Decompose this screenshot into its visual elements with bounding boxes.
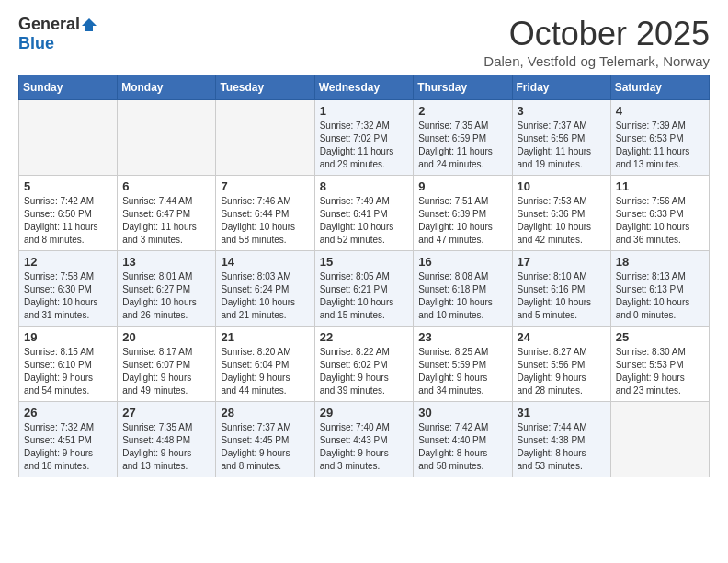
cell-info-text: Sunrise: 7:56 AM Sunset: 6:33 PM Dayligh…	[616, 195, 704, 247]
calendar-cell: 17Sunrise: 8:10 AM Sunset: 6:16 PM Dayli…	[512, 251, 610, 327]
cell-info-text: Sunrise: 7:44 AM Sunset: 6:47 PM Dayligh…	[122, 195, 210, 247]
day-header-wednesday: Wednesday	[314, 75, 414, 100]
cell-info-text: Sunrise: 8:27 AM Sunset: 5:56 PM Dayligh…	[518, 346, 606, 397]
cell-date-number: 7	[221, 179, 309, 193]
calendar-cell: 20Sunrise: 8:17 AM Sunset: 6:07 PM Dayli…	[118, 327, 216, 402]
day-header-saturday: Saturday	[610, 75, 709, 100]
cell-info-text: Sunrise: 8:03 AM Sunset: 6:24 PM Dayligh…	[221, 270, 309, 322]
logo-general-text: General	[18, 15, 80, 34]
cell-date-number: 15	[320, 255, 409, 269]
calendar-cell: 5Sunrise: 7:42 AM Sunset: 6:50 PM Daylig…	[19, 176, 118, 251]
cell-date-number: 3	[518, 104, 606, 118]
calendar-cell: 12Sunrise: 7:58 AM Sunset: 6:30 PM Dayli…	[19, 251, 118, 327]
cell-info-text: Sunrise: 7:44 AM Sunset: 4:38 PM Dayligh…	[518, 421, 606, 473]
cell-date-number: 10	[518, 179, 606, 193]
cell-info-text: Sunrise: 7:42 AM Sunset: 6:50 PM Dayligh…	[24, 195, 112, 247]
calendar-cell: 4Sunrise: 7:39 AM Sunset: 6:53 PM Daylig…	[610, 100, 709, 176]
calendar-cell: 2Sunrise: 7:35 AM Sunset: 6:59 PM Daylig…	[414, 100, 512, 176]
calendar-cell	[19, 100, 118, 176]
cell-info-text: Sunrise: 7:49 AM Sunset: 6:41 PM Dayligh…	[320, 195, 409, 247]
day-header-sunday: Sunday	[19, 75, 118, 100]
calendar-cell: 24Sunrise: 8:27 AM Sunset: 5:56 PM Dayli…	[512, 327, 610, 402]
cell-info-text: Sunrise: 7:35 AM Sunset: 6:59 PM Dayligh…	[418, 120, 506, 171]
cell-info-text: Sunrise: 8:22 AM Sunset: 6:02 PM Dayligh…	[320, 346, 409, 397]
cell-info-text: Sunrise: 8:05 AM Sunset: 6:21 PM Dayligh…	[320, 270, 409, 322]
title-block: October 2025 Dalen, Vestfold og Telemark…	[483, 15, 710, 69]
calendar-cell: 18Sunrise: 8:13 AM Sunset: 6:13 PM Dayli…	[610, 251, 709, 327]
calendar-cell: 3Sunrise: 7:37 AM Sunset: 6:56 PM Daylig…	[512, 100, 610, 176]
cell-date-number: 23	[418, 330, 506, 344]
cell-info-text: Sunrise: 8:20 AM Sunset: 6:04 PM Dayligh…	[221, 346, 309, 397]
calendar-week-1: 1Sunrise: 7:32 AM Sunset: 7:02 PM Daylig…	[19, 100, 710, 176]
calendar-week-4: 19Sunrise: 8:15 AM Sunset: 6:10 PM Dayli…	[19, 327, 710, 402]
cell-info-text: Sunrise: 7:35 AM Sunset: 4:48 PM Dayligh…	[122, 421, 210, 473]
calendar-cell	[118, 100, 216, 176]
cell-date-number: 29	[320, 406, 409, 419]
cell-date-number: 18	[616, 255, 704, 269]
location: Dalen, Vestfold og Telemark, Norway	[483, 53, 710, 69]
cell-date-number: 14	[221, 255, 309, 269]
cell-date-number: 22	[320, 330, 409, 344]
calendar-cell: 23Sunrise: 8:25 AM Sunset: 5:59 PM Dayli…	[414, 327, 512, 402]
cell-date-number: 30	[418, 406, 506, 419]
month-title: October 2025	[483, 15, 710, 53]
cell-date-number: 27	[122, 406, 210, 419]
header-row: SundayMondayTuesdayWednesdayThursdayFrid…	[19, 75, 710, 100]
logo: General Blue	[18, 15, 98, 53]
cell-date-number: 4	[616, 104, 704, 118]
calendar-cell: 28Sunrise: 7:37 AM Sunset: 4:45 PM Dayli…	[216, 402, 314, 477]
calendar-cell: 25Sunrise: 8:30 AM Sunset: 5:53 PM Dayli…	[610, 327, 709, 402]
cell-date-number: 17	[518, 255, 606, 269]
cell-date-number: 28	[221, 406, 309, 419]
cell-date-number: 20	[122, 330, 210, 344]
cell-date-number: 16	[418, 255, 506, 269]
page: General Blue October 2025 Dalen, Vestfol…	[0, 0, 728, 496]
calendar-cell	[610, 402, 709, 477]
calendar-cell: 7Sunrise: 7:46 AM Sunset: 6:44 PM Daylig…	[216, 176, 314, 251]
logo-icon	[82, 17, 98, 33]
calendar-cell: 1Sunrise: 7:32 AM Sunset: 7:02 PM Daylig…	[314, 100, 414, 176]
cell-date-number: 19	[24, 330, 112, 344]
day-header-monday: Monday	[118, 75, 216, 100]
header: General Blue October 2025 Dalen, Vestfol…	[18, 15, 710, 69]
svg-marker-0	[82, 18, 97, 31]
calendar-cell: 8Sunrise: 7:49 AM Sunset: 6:41 PM Daylig…	[314, 176, 414, 251]
calendar-cell: 22Sunrise: 8:22 AM Sunset: 6:02 PM Dayli…	[314, 327, 414, 402]
day-header-friday: Friday	[512, 75, 610, 100]
calendar-cell	[216, 100, 314, 176]
cell-info-text: Sunrise: 8:25 AM Sunset: 5:59 PM Dayligh…	[418, 346, 506, 397]
cell-date-number: 26	[24, 406, 112, 419]
cell-info-text: Sunrise: 7:40 AM Sunset: 4:43 PM Dayligh…	[320, 421, 409, 473]
cell-date-number: 11	[616, 179, 704, 193]
cell-date-number: 24	[518, 330, 606, 344]
day-header-tuesday: Tuesday	[216, 75, 314, 100]
calendar-cell: 16Sunrise: 8:08 AM Sunset: 6:18 PM Dayli…	[414, 251, 512, 327]
calendar-cell: 26Sunrise: 7:32 AM Sunset: 4:51 PM Dayli…	[19, 402, 118, 477]
cell-info-text: Sunrise: 7:37 AM Sunset: 4:45 PM Dayligh…	[221, 421, 309, 473]
calendar-cell: 6Sunrise: 7:44 AM Sunset: 6:47 PM Daylig…	[118, 176, 216, 251]
cell-date-number: 2	[418, 104, 506, 118]
day-header-thursday: Thursday	[414, 75, 512, 100]
cell-info-text: Sunrise: 7:42 AM Sunset: 4:40 PM Dayligh…	[418, 421, 506, 473]
cell-info-text: Sunrise: 8:10 AM Sunset: 6:16 PM Dayligh…	[518, 270, 606, 322]
calendar-cell: 9Sunrise: 7:51 AM Sunset: 6:39 PM Daylig…	[414, 176, 512, 251]
cell-info-text: Sunrise: 7:39 AM Sunset: 6:53 PM Dayligh…	[616, 120, 704, 171]
calendar-cell: 13Sunrise: 8:01 AM Sunset: 6:27 PM Dayli…	[118, 251, 216, 327]
calendar-cell: 21Sunrise: 8:20 AM Sunset: 6:04 PM Dayli…	[216, 327, 314, 402]
cell-date-number: 1	[320, 104, 409, 118]
cell-date-number: 6	[122, 179, 210, 193]
calendar-week-5: 26Sunrise: 7:32 AM Sunset: 4:51 PM Dayli…	[19, 402, 710, 477]
cell-info-text: Sunrise: 7:53 AM Sunset: 6:36 PM Dayligh…	[518, 195, 606, 247]
cell-info-text: Sunrise: 7:32 AM Sunset: 4:51 PM Dayligh…	[24, 421, 112, 473]
calendar-week-3: 12Sunrise: 7:58 AM Sunset: 6:30 PM Dayli…	[19, 251, 710, 327]
cell-info-text: Sunrise: 7:37 AM Sunset: 6:56 PM Dayligh…	[518, 120, 606, 171]
calendar-cell: 14Sunrise: 8:03 AM Sunset: 6:24 PM Dayli…	[216, 251, 314, 327]
cell-info-text: Sunrise: 7:51 AM Sunset: 6:39 PM Dayligh…	[418, 195, 506, 247]
calendar-cell: 19Sunrise: 8:15 AM Sunset: 6:10 PM Dayli…	[19, 327, 118, 402]
cell-date-number: 25	[616, 330, 704, 344]
cell-info-text: Sunrise: 7:46 AM Sunset: 6:44 PM Dayligh…	[221, 195, 309, 247]
cell-info-text: Sunrise: 7:58 AM Sunset: 6:30 PM Dayligh…	[24, 270, 112, 322]
calendar-cell: 30Sunrise: 7:42 AM Sunset: 4:40 PM Dayli…	[414, 402, 512, 477]
cell-info-text: Sunrise: 8:08 AM Sunset: 6:18 PM Dayligh…	[418, 270, 506, 322]
logo-blue-text: Blue	[18, 34, 54, 53]
